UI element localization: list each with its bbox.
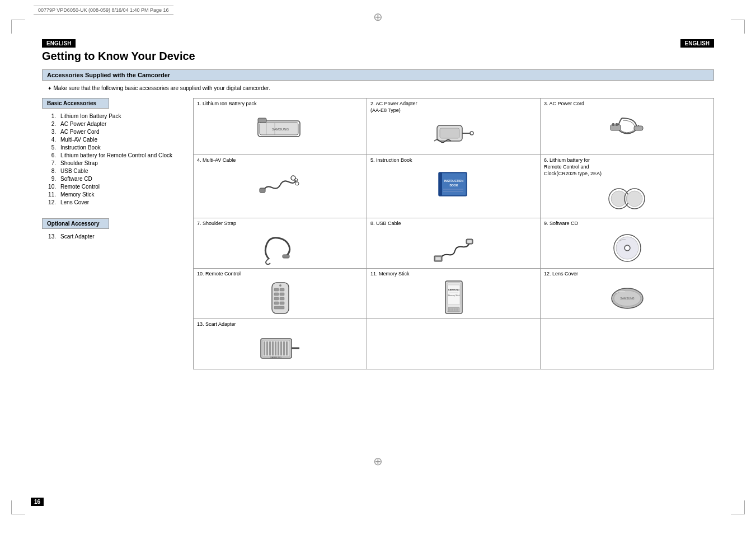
lens-cover-icon: SAMSUNG xyxy=(605,283,650,313)
svg-text:SAMSUNG: SAMSUNG xyxy=(448,288,459,291)
svg-point-29 xyxy=(627,191,642,207)
svg-rect-4 xyxy=(258,118,266,123)
svg-rect-42 xyxy=(274,293,279,296)
list-item: 1.Lithium Ion Battery Pack xyxy=(45,113,182,119)
corner-border xyxy=(731,514,745,514)
intro-text: Make sure that the following basic acces… xyxy=(48,85,714,91)
accessories-grid: 1. Lithium Ion Battery pack SAMSUNG xyxy=(193,98,714,369)
table-cell: 7. Shoulder Strap xyxy=(194,218,367,269)
corner-border xyxy=(11,514,25,514)
cell-label: 7. Shoulder Strap xyxy=(197,221,363,227)
svg-rect-71 xyxy=(272,341,274,355)
page-number: 16 xyxy=(31,498,44,506)
table-cell: 3. AC Power Cord xyxy=(541,99,714,155)
software-cd-image xyxy=(544,229,710,266)
page-container: ⊕ 00779P VPD6050-UK (008-059) 8/16/04 1:… xyxy=(0,0,756,534)
svg-rect-76 xyxy=(286,341,288,355)
svg-rect-47 xyxy=(280,302,284,305)
battery-pack-image: SAMSUNG xyxy=(197,110,363,146)
table-cell: 12. Lens Cover SAMSUNG xyxy=(541,269,714,319)
table-cell: 6. Lithium battery forRemote Control and… xyxy=(541,155,714,218)
svg-rect-10 xyxy=(611,125,621,130)
svg-text:SAMSUNG: SAMSUNG xyxy=(620,297,634,300)
table-cell xyxy=(367,318,541,369)
cell-label: 12. Lens Cover xyxy=(544,271,710,278)
section-header: Accessories Supplied with the Camcorder xyxy=(42,69,714,81)
accessories-list: 1.Lithium Ion Battery Pack 2.AC Power Ad… xyxy=(45,113,182,205)
svg-rect-12 xyxy=(616,123,618,126)
corner-border xyxy=(744,20,745,34)
multi-av-icon xyxy=(258,168,303,202)
svg-rect-45 xyxy=(280,297,284,300)
item-text: AC Power Cord xyxy=(60,129,99,135)
table-cell: 11. Memory Stick SAMSUNG xyxy=(367,269,541,319)
list-item: 12.Lens Cover xyxy=(45,199,182,205)
list-item: 6.Lithium battery for Remote Control and… xyxy=(45,152,182,158)
list-item: 7.Shoulder Strap xyxy=(45,160,182,166)
remote-control-image xyxy=(197,280,363,316)
svg-rect-15 xyxy=(260,188,265,193)
svg-text:BOOK: BOOK xyxy=(449,184,458,187)
left-column: Basic Accessories 1.Lithium Ion Battery … xyxy=(42,98,182,241)
item-text: Remote Control xyxy=(60,184,100,190)
memory-stick-image: SAMSUNG Memory Stick xyxy=(370,280,537,316)
table-cell xyxy=(541,318,714,369)
svg-text:SAMSUNG: SAMSUNG xyxy=(271,128,289,131)
item-num: 10. xyxy=(45,184,56,190)
list-item: 9.Software CD xyxy=(45,176,182,182)
item-text: Lens Cover xyxy=(60,199,89,205)
svg-text:INSTRUCTION: INSTRUCTION xyxy=(444,179,463,182)
svg-rect-46 xyxy=(274,302,279,305)
cell-label: 2. AC Power Adapter(AA-E8 Type) xyxy=(370,101,537,114)
table-cell: 1. Lithium Ion Battery pack SAMSUNG xyxy=(194,99,367,155)
table-row: 7. Shoulder Strap xyxy=(194,218,714,269)
lens-cover-image: SAMSUNG xyxy=(544,280,710,316)
item-num: 9. xyxy=(45,176,56,182)
english-badge-left: ENGLISH xyxy=(42,39,76,48)
crosshair-bottom: ⊕ xyxy=(373,456,384,467)
item-text: Multi-AV Cable xyxy=(60,137,97,143)
table-cell: 8. USB Cable xyxy=(367,218,541,269)
table-cell: 4. Multi-AV Cable xyxy=(194,155,367,218)
item-num: 6. xyxy=(45,152,56,158)
svg-rect-41 xyxy=(280,288,284,291)
item-num: 5. xyxy=(45,144,56,151)
item-text: USB Cable xyxy=(60,168,88,174)
table-row: 1. Lithium Ion Battery pack SAMSUNG xyxy=(194,99,714,155)
page-title: Getting to Know Your Device xyxy=(42,50,714,63)
svg-rect-43 xyxy=(280,293,284,296)
cell-label: 6. Lithium battery forRemote Control and… xyxy=(544,157,710,177)
table-cell: 13. Scart Adapter xyxy=(194,318,367,369)
svg-rect-70 xyxy=(269,341,271,355)
item-text: Scart Adapter xyxy=(60,233,95,240)
memory-stick-icon: SAMSUNG Memory Stick xyxy=(437,278,471,317)
cell-label: 9. Software CD xyxy=(544,221,710,227)
item-text: Instruction Book xyxy=(60,144,101,151)
corner-border xyxy=(731,20,745,20)
svg-text:Memory Stick: Memory Stick xyxy=(448,294,459,297)
empty-cell-1 xyxy=(370,324,537,360)
corner-border xyxy=(11,20,12,34)
item-num: 4. xyxy=(45,137,56,143)
corner-border xyxy=(744,500,745,514)
table-cell: 5. Instruction Book INSTRUCTION xyxy=(367,155,541,218)
item-text: Memory Stick xyxy=(60,191,95,198)
instruction-book-image: INSTRUCTION BOOK xyxy=(370,166,537,203)
ac-cord-image xyxy=(544,110,710,146)
shoulder-strap-image xyxy=(197,229,363,266)
ac-adapter-image xyxy=(370,116,537,152)
cell-label: 4. Multi-AV Cable xyxy=(197,157,363,164)
svg-rect-13 xyxy=(634,126,643,130)
svg-rect-75 xyxy=(283,341,285,355)
file-info: 00779P VPD6050-UK (008-059) 8/16/04 1:40… xyxy=(34,6,173,15)
table-cell: 2. AC Power Adapter(AA-E8 Type) xyxy=(367,99,541,155)
svg-rect-30 xyxy=(283,255,289,258)
svg-rect-73 xyxy=(278,341,279,355)
lithium-battery-icon xyxy=(605,182,650,213)
list-item: 8.USB Cable xyxy=(45,168,182,174)
svg-point-38 xyxy=(626,246,629,250)
item-num: 1. xyxy=(45,113,56,119)
list-item: 3.AC Power Cord xyxy=(45,129,182,135)
item-text: Lithium battery for Remote Control and C… xyxy=(60,152,172,158)
shoulder-strap-icon xyxy=(258,231,303,265)
